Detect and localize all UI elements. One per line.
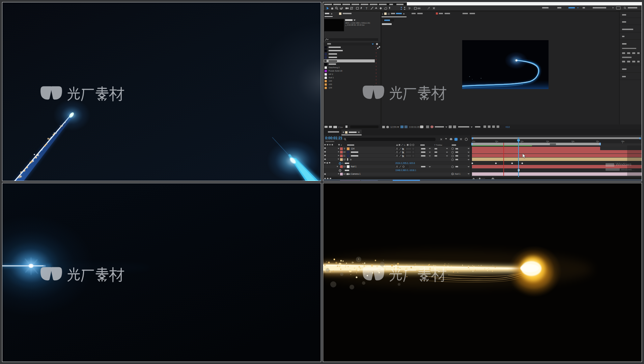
svg-text:fx: fx xyxy=(402,155,404,157)
svg-text:fx: fx xyxy=(402,148,404,150)
svg-text:T: T xyxy=(366,7,367,10)
svg-text:fx: fx xyxy=(404,144,405,146)
svg-text:fx: fx xyxy=(402,151,404,153)
